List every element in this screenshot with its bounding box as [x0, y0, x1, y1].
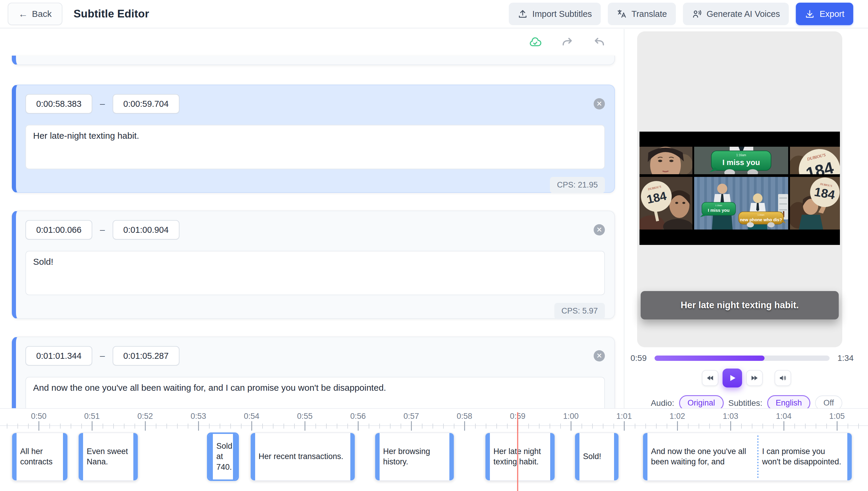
block-resize-handle-right[interactable]	[350, 433, 355, 480]
timeline-block[interactable]: Sold at 740.	[207, 432, 239, 481]
download-icon	[805, 9, 815, 19]
export-button[interactable]: Export	[796, 3, 853, 25]
delete-subtitle-icon[interactable]: ✕	[594, 224, 605, 235]
block-resize-handle-right[interactable]	[847, 433, 852, 480]
tick-label: 0:56	[345, 412, 371, 421]
tick-label: 0:52	[132, 412, 158, 421]
block-resize-handle-left[interactable]	[575, 433, 580, 480]
block-resize-handle-left[interactable]	[375, 433, 380, 480]
tick-minor	[507, 424, 507, 429]
timeline[interactable]: 0:500:510:520:530:540:550:560:570:580:59…	[0, 408, 868, 491]
block-resize-handle-left[interactable]	[251, 433, 255, 480]
block-resize-handle-left[interactable]	[79, 433, 83, 480]
volume-icon	[778, 374, 787, 382]
subtitle-text-input[interactable]: Her late-night texting habit.	[25, 125, 605, 169]
import-subtitles-button[interactable]: Import Subtitles	[509, 3, 601, 25]
time-separator: –	[100, 351, 105, 361]
tick-minor	[81, 424, 82, 429]
header: ← Back Subtitle Editor Import Subtitles …	[0, 0, 868, 28]
redo-icon[interactable]	[561, 35, 574, 49]
fast-forward-icon	[750, 374, 759, 382]
fast-forward-button[interactable]	[746, 370, 763, 386]
block-resize-handle-right[interactable]	[233, 434, 238, 480]
tick-minor	[166, 424, 167, 429]
tick-minor	[50, 424, 50, 429]
tick-minor	[315, 424, 316, 429]
start-time-input[interactable]: 0:00:58.383	[25, 94, 92, 114]
play-button[interactable]	[722, 369, 742, 387]
subtitle-text-input[interactable]: Sold!	[25, 251, 605, 295]
gold-bubble-text: new phone who dis?	[740, 218, 782, 222]
tick-minor	[486, 424, 486, 429]
block-resize-handle-right[interactable]	[614, 433, 618, 480]
delete-subtitle-icon[interactable]: ✕	[594, 98, 605, 110]
start-time-input[interactable]: 0:01:00.066	[25, 220, 92, 239]
tick-minor	[763, 424, 763, 429]
playhead[interactable]	[517, 412, 518, 491]
subtitle-card[interactable]: 0:01:00.066 – 0:01:00.904 ✕ Sold! CPS: 5…	[12, 211, 615, 319]
timeline-block[interactable]: Sold!	[575, 432, 619, 481]
cps-badge: CPS: 5.97	[554, 303, 605, 319]
undo-icon[interactable]	[592, 35, 606, 49]
subtitle-text-input[interactable]: And now the one you've all been waiting …	[25, 377, 605, 408]
tick-minor	[390, 424, 391, 429]
delete-subtitle-icon[interactable]: ✕	[594, 350, 605, 362]
subtitle-card-active[interactable]: 0:00:58.383 – 0:00:59.704 ✕ Her late-nig…	[12, 85, 615, 193]
tick-minor	[475, 424, 476, 429]
start-time-input[interactable]: 0:01:01.344	[25, 346, 92, 366]
generate-ai-voices-button[interactable]: Generate AI Voices	[683, 3, 789, 25]
tick-major	[198, 421, 199, 431]
volume-button[interactable]	[775, 370, 791, 386]
rewind-button[interactable]	[702, 370, 718, 386]
tick-minor	[177, 424, 178, 429]
block-resize-handle-left[interactable]	[643, 433, 647, 480]
timeline-block[interactable]: Her browsing history.	[375, 432, 455, 481]
tick-minor	[688, 424, 688, 429]
timeline-block-text: Even sweet Nana.	[83, 433, 133, 480]
block-resize-handle-right[interactable]	[550, 433, 555, 480]
end-time-input[interactable]: 0:00:59.704	[113, 94, 180, 114]
cps-row: CPS: 21.95	[25, 177, 605, 193]
timeline-ruler-line	[0, 425, 868, 426]
subtitles-label: Subtitles:	[728, 398, 763, 408]
tick-major	[251, 421, 252, 431]
block-resize-handle-left[interactable]	[12, 433, 17, 480]
tick-label: 1:05	[824, 412, 850, 421]
tick-minor	[294, 424, 295, 429]
block-resize-handle-right[interactable]	[450, 433, 454, 480]
timeline-block-text: All her contracts	[17, 433, 63, 480]
block-resize-handle-left[interactable]	[209, 434, 213, 480]
block-resize-handle-right[interactable]	[63, 433, 67, 480]
timeline-block[interactable]: And now the one you've all been waiting …	[643, 432, 852, 481]
timeline-block[interactable]: Even sweet Nana.	[78, 432, 138, 481]
tick-label: 1:02	[664, 412, 691, 421]
import-subtitles-label: Import Subtitles	[532, 9, 592, 19]
video-frame[interactable]: 1:16am I miss you DUBIOU'S 184	[640, 132, 840, 245]
tick-minor	[539, 424, 539, 429]
block-resize-handle-right[interactable]	[133, 433, 138, 480]
tick-minor	[188, 424, 188, 429]
end-time-input[interactable]: 0:01:00.904	[113, 220, 180, 239]
subtitle-card[interactable]: 0:01:01.344 – 0:01:05.287 ✕ And now the …	[12, 337, 615, 408]
tick-minor	[709, 424, 710, 429]
back-button[interactable]: ← Back	[8, 3, 62, 25]
tick-minor	[443, 424, 444, 429]
timeline-block-text: Her late night texting habit.	[490, 433, 550, 480]
subtitle-card-clipped[interactable]	[12, 56, 615, 65]
timeline-block[interactable]: Her recent transactions.	[250, 432, 355, 481]
tick-label: 0:53	[185, 412, 212, 421]
seek-bar[interactable]	[655, 355, 830, 361]
tick-major	[38, 421, 39, 431]
timeline-block[interactable]: All her contracts	[11, 432, 68, 481]
play-icon	[727, 373, 737, 383]
end-time-input[interactable]: 0:01:05.287	[113, 346, 180, 366]
translate-button[interactable]: Translate	[608, 3, 676, 25]
tick-minor	[230, 424, 231, 429]
tick-minor	[454, 424, 455, 429]
block-resize-handle-left[interactable]	[486, 433, 490, 480]
playback-progress-row: 0:59 1:34	[629, 351, 855, 365]
video-preview-panel: 1:16am I miss you DUBIOU'S 184	[625, 29, 868, 408]
tick-label: 1:04	[770, 412, 797, 421]
timeline-block[interactable]: Her late night texting habit.	[485, 432, 555, 481]
tick-label: 0:57	[398, 412, 425, 421]
